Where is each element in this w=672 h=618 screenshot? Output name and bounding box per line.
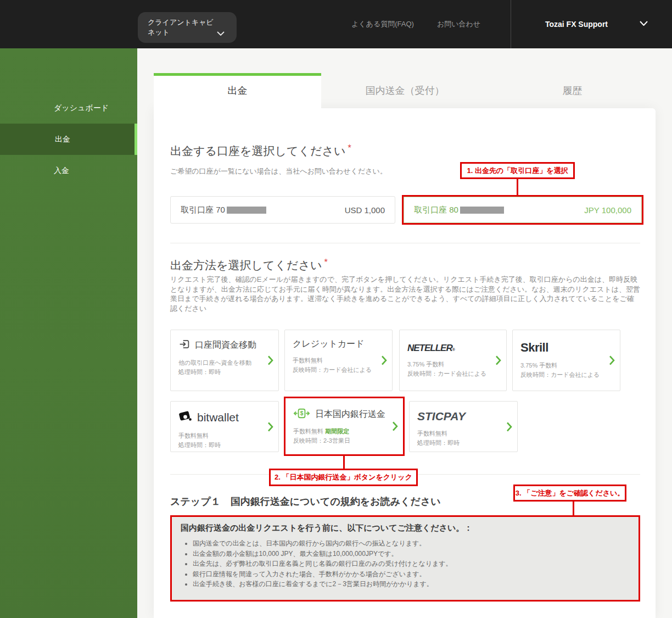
chevron-right-icon bbox=[495, 355, 501, 366]
account-balance: JPY 100,000 bbox=[584, 205, 631, 215]
bitwallet-logo: bitwallet bbox=[178, 410, 239, 425]
chevron-right-icon bbox=[267, 355, 273, 366]
notice-item: 銀行口座情報を間違って入力された場合、手数料がかかる場合がございます。 bbox=[193, 569, 630, 580]
bitwallet-icon bbox=[178, 410, 193, 425]
account-balance: USD 1,000 bbox=[345, 205, 385, 215]
chevron-right-icon bbox=[609, 355, 615, 366]
method-section-description: リクエスト完了後、確認のEメールが届きますので、完了ボタンを押してください。リク… bbox=[170, 275, 640, 313]
annotation-account-highlight: 取引口座 80 JPY 100,000 bbox=[402, 195, 643, 225]
method-title: 日本国内銀行送金 bbox=[315, 409, 385, 420]
skrill-logo: Skrill bbox=[520, 341, 548, 355]
annotation-step1: 1. 出金先の「取引口座」を選択 bbox=[460, 162, 575, 179]
annotation-step2-line bbox=[343, 456, 345, 469]
sidebar-menu: ダッシュボード 出金 入金 bbox=[0, 92, 137, 186]
annotation-step3-line bbox=[573, 502, 574, 515]
sidebar-item-label: 出金 bbox=[55, 135, 70, 143]
notice-item: 国内送金での出金とは、日本国内の銀行から国内の銀行への振込となります。 bbox=[193, 538, 630, 549]
sidebar: ダッシュボード 出金 入金 bbox=[0, 48, 137, 618]
chevron-right-icon bbox=[381, 355, 387, 366]
sidebar-item-dashboard[interactable]: ダッシュボード bbox=[0, 92, 137, 124]
account-menu-label: Tozai FX Support bbox=[511, 20, 642, 29]
tab-domestic-transfer[interactable]: 国内送金（受付） bbox=[321, 73, 489, 108]
method-details: 手数料無料 反映時間：カード会社による bbox=[293, 356, 378, 374]
method-card-bitwallet[interactable]: bitwallet 手数料無料 処理時間：即時 bbox=[170, 401, 279, 452]
top-header: クライアントキャビネット よくある質問(FAQ) お問い合わせ Tozai FX… bbox=[0, 0, 672, 48]
nav-faq-link[interactable]: よくある質問(FAQ) bbox=[351, 19, 414, 29]
sidebar-item-label: 入金 bbox=[54, 166, 69, 175]
method-details: 手数料無料 処理時間：即時 bbox=[178, 431, 264, 449]
client-cabinet-label: クライアントキャビネット bbox=[148, 18, 214, 36]
method-card-neteller[interactable]: NETELLER® 3.75% 手数料 反映時間：カード会社による bbox=[399, 330, 507, 391]
neteller-logo: NETELLER® bbox=[407, 343, 455, 354]
redacted-account-number bbox=[460, 207, 504, 214]
annotation-step1-line bbox=[517, 179, 518, 196]
notice-item: 出金先は、必ず弊社の取引口座名義と同じ名義の銀行口座のみの受け付けとなります。 bbox=[193, 559, 630, 569]
method-card-internal-transfer[interactable]: 口座間資金移動 他の取引口座へ資金を移動 処理時間：即時 bbox=[170, 330, 279, 391]
section-divider bbox=[170, 243, 640, 243]
tab-history[interactable]: 履歴 bbox=[489, 73, 656, 108]
tab-withdrawal[interactable]: 出金 bbox=[154, 73, 321, 108]
step1-heading: ステップ１ 国内銀行送金についての規約をお読みください bbox=[170, 495, 441, 508]
method-card-sticpay[interactable]: STICPAY 手数料無料 処理時間：即時 bbox=[409, 401, 518, 452]
chevron-right-icon bbox=[267, 421, 273, 432]
annotation-bank-transfer-highlight: $ 日本国内銀行送金 手数料無料 期間限定 反映時間：2-3営業日 bbox=[284, 397, 405, 456]
chevron-right-icon bbox=[506, 421, 512, 432]
method-details: 手数料無料 期間限定 反映時間：2-3営業日 bbox=[293, 427, 389, 445]
method-section-heading: 出金方法を選択してください* bbox=[170, 258, 328, 273]
notice-title: 国内銀行送金の出金リクエストを行う前に、以下についてご注意ください。： bbox=[181, 523, 630, 533]
sidebar-item-label: ダッシュボード bbox=[54, 103, 109, 112]
content-card: 出金する口座を選択してください* ご希望の口座が一覧にない場合は、当社へお問い合… bbox=[154, 108, 656, 618]
account-menu[interactable]: Tozai FX Support bbox=[511, 0, 672, 48]
annotation-step3: 3. 「ご注意」をご確認ください。 bbox=[513, 485, 626, 502]
tab-bar: 出金 国内送金（受付） 履歴 bbox=[154, 73, 656, 108]
account-name: 取引口座 80 bbox=[414, 205, 504, 215]
method-card-skrill[interactable]: Skrill 3.75% 手数料 反映時間：カード会社による bbox=[512, 330, 620, 391]
method-details: 3.75% 手数料 反映時間：カード会社による bbox=[520, 361, 606, 379]
notice-item: 出金金額の最小金額は10,000 JPY、最大金額は10,000,000JPYで… bbox=[193, 549, 630, 559]
method-card-domestic-bank-transfer[interactable]: $ 日本国内銀行送金 手数料無料 期間限定 反映時間：2-3営業日 bbox=[285, 398, 403, 454]
required-asterisk: * bbox=[324, 258, 327, 267]
annotation-step2: 2. 「日本国内銀行送金」ボタンをクリック bbox=[269, 469, 418, 486]
chevron-right-icon bbox=[392, 421, 398, 432]
account-section-heading: 出金する口座を選択してください* bbox=[170, 143, 351, 159]
chevron-down-icon bbox=[640, 21, 648, 26]
header-nav: よくある質問(FAQ) お問い合わせ bbox=[351, 0, 480, 48]
method-details: 3.75% 手数料 反映時間：カード会社による bbox=[407, 360, 492, 378]
account-card-jpy[interactable]: 取引口座 80 JPY 100,000 bbox=[404, 197, 642, 223]
account-card-usd[interactable]: 取引口座 70 USD 1,000 bbox=[170, 196, 395, 224]
chevron-down-icon bbox=[217, 31, 225, 36]
required-asterisk: * bbox=[348, 143, 351, 153]
redacted-account-number bbox=[227, 207, 266, 214]
limited-time-badge: 期間限定 bbox=[325, 428, 349, 435]
notice-list: 国内送金での出金とは、日本国内の銀行から国内の銀行への振込となります。 出金金額… bbox=[193, 538, 630, 589]
sidebar-item-withdrawal[interactable]: 出金 bbox=[0, 124, 137, 155]
method-details: 他の取引口座へ資金を移動 処理時間：即時 bbox=[178, 358, 264, 376]
bank-transfer-notice-box: 国内銀行送金の出金リクエストを行う前に、以下についてご注意ください。： 国内送金… bbox=[170, 515, 640, 602]
method-title: 口座間資金移動 bbox=[195, 339, 256, 351]
client-cabinet-button[interactable]: クライアントキャビネット bbox=[138, 12, 237, 43]
method-card-credit-card[interactable]: クレジットカード 手数料無料 反映時間：カード会社による bbox=[284, 330, 393, 391]
svg-text:$: $ bbox=[300, 410, 304, 416]
notice-item: 出金手続き後、お客様の口座に着金するまでに2－3営業日お時間がかかります。 bbox=[193, 579, 630, 589]
account-section-subtext: ご希望の口座が一覧にない場合は、当社へお問い合わせください。 bbox=[170, 166, 387, 176]
sticpay-logo: STICPAY bbox=[417, 410, 466, 423]
transfer-in-icon bbox=[178, 338, 190, 352]
bank-transfer-icon: $ bbox=[293, 408, 310, 421]
nav-contact-link[interactable]: お問い合わせ bbox=[437, 19, 480, 29]
account-name: 取引口座 70 bbox=[181, 205, 266, 215]
method-title: クレジットカード bbox=[293, 338, 365, 350]
method-details: 手数料無料 処理時間：即時 bbox=[417, 429, 503, 447]
sidebar-item-deposit[interactable]: 入金 bbox=[0, 155, 137, 186]
